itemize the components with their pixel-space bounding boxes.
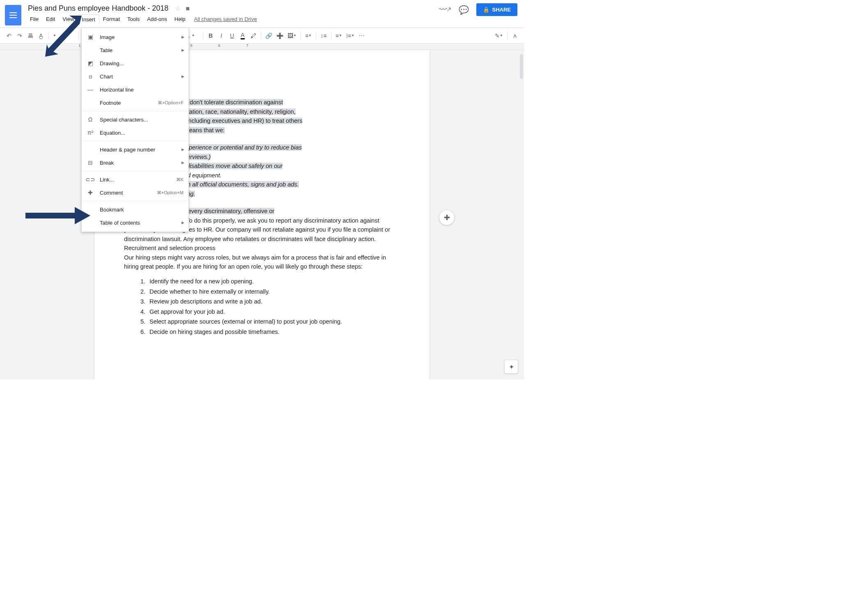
menu-shortcut: ⌘+Option+F xyxy=(158,100,184,106)
save-status[interactable]: All changes saved in Drive xyxy=(189,14,262,24)
menu-shortcut: ⌘+Option+M xyxy=(157,190,184,195)
bold-button[interactable]: B xyxy=(206,31,216,41)
menu-format[interactable]: Format xyxy=(99,14,124,24)
menu-icon xyxy=(87,99,94,106)
insert-menu-table-of-contents[interactable]: Table of contents▶ xyxy=(82,216,188,229)
align-button[interactable]: ≡ ▼ xyxy=(303,31,313,41)
insert-menu-bookmark[interactable]: Bookmark xyxy=(82,203,188,216)
submenu-arrow-icon: ▶ xyxy=(181,221,184,225)
menu-label: Footnote xyxy=(100,100,152,106)
menu-icon: ⧈ xyxy=(87,73,94,80)
document-title[interactable]: Pies and Puns employee Handbook - 2018 xyxy=(26,3,170,14)
menu-icon xyxy=(87,146,94,153)
insert-dropdown: ▣Image▶Table▶◩Drawing...⧈Chart▶—Horizont… xyxy=(81,28,189,232)
insert-menu-equation-[interactable]: π²Equation... xyxy=(82,126,188,139)
menu-label: Special characters... xyxy=(100,117,184,123)
menu-icon: — xyxy=(87,86,94,93)
undo-button[interactable]: ↶ xyxy=(4,31,14,41)
svg-marker-1 xyxy=(25,207,90,224)
menu-label: Chart xyxy=(100,74,184,80)
menu-label: Equation... xyxy=(100,130,184,136)
menu-icon: ▣ xyxy=(87,33,94,41)
submenu-arrow-icon: ▶ xyxy=(181,35,184,39)
insert-menu-special-characters-[interactable]: ΩSpecial characters... xyxy=(82,113,188,126)
menu-icon xyxy=(87,46,94,54)
insert-menu-drawing-[interactable]: ◩Drawing... xyxy=(82,57,188,70)
step-1: Identify the need for a new job opening. xyxy=(147,277,400,286)
step-3: Review job descriptions and write a job … xyxy=(147,297,400,306)
activity-icon[interactable]: 〰↗ xyxy=(439,5,451,14)
menu-label: Horizontal line xyxy=(100,87,184,93)
menu-label: Table xyxy=(100,47,184,53)
insert-menu-link-[interactable]: ⊂⊃Link...⌘K xyxy=(82,173,188,186)
insert-comment-button[interactable]: ➕ xyxy=(275,31,285,41)
submenu-arrow-icon: ▶ xyxy=(181,161,184,165)
menu-tools[interactable]: Tools xyxy=(124,14,143,24)
step-2: Decide whether to hire externally or int… xyxy=(147,287,400,296)
submenu-arrow-icon: ▶ xyxy=(181,147,184,152)
insert-menu-image[interactable]: ▣Image▶ xyxy=(82,30,188,44)
menu-addons[interactable]: Add-ons xyxy=(143,14,170,24)
share-button[interactable]: 🔒 SHARE xyxy=(476,3,517,16)
menu-help[interactable]: Help xyxy=(171,14,189,24)
bulleted-list-button[interactable]: ⁞≡ ▼ xyxy=(345,31,356,41)
insert-menu-horizontal-line[interactable]: —Horizontal line xyxy=(82,83,188,96)
insert-menu-footnote[interactable]: Footnote⌘+Option+F xyxy=(82,96,188,109)
menu-icon: Ω xyxy=(87,116,94,123)
doc-p3b: Our hiring steps might vary across roles… xyxy=(124,253,400,271)
annotation-arrow-bottom xyxy=(25,205,91,226)
menu-label: Image xyxy=(100,34,184,40)
doc-steps-list: Identify the need for a new job opening.… xyxy=(124,277,400,336)
svg-marker-0 xyxy=(45,16,82,57)
insert-link-button[interactable]: 🔗 xyxy=(264,31,274,41)
italic-button[interactable]: I xyxy=(216,31,226,41)
menu-icon: ✚ xyxy=(87,189,94,196)
menu-label: Link... xyxy=(100,177,170,183)
submenu-arrow-icon: ▶ xyxy=(181,48,184,52)
insert-menu-break[interactable]: ⊟Break▶ xyxy=(82,156,188,169)
line-spacing-button[interactable]: ↕≡ xyxy=(319,31,329,41)
explore-button[interactable]: ✦ xyxy=(504,360,518,374)
insert-image-button[interactable]: 🖼 ▼ xyxy=(286,31,298,41)
menu-icon: ⊟ xyxy=(87,159,94,166)
menu-icon: ⊂⊃ xyxy=(87,176,94,183)
insert-menu-header-page-number[interactable]: Header & page number▶ xyxy=(82,143,188,156)
menu-label: Drawing... xyxy=(100,60,184,67)
editing-mode-button[interactable]: ✎ ▼ xyxy=(493,31,505,41)
star-icon[interactable]: ☆ xyxy=(175,5,181,12)
menu-label: Header & page number xyxy=(100,147,184,153)
lock-icon: 🔒 xyxy=(483,7,489,13)
insert-menu-chart[interactable]: ⧈Chart▶ xyxy=(82,70,188,83)
menu-label: Break xyxy=(100,160,184,166)
add-comment-bubble[interactable]: ✚ xyxy=(439,210,454,225)
scrollbar[interactable] xyxy=(520,54,523,79)
menu-shortcut: ⌘K xyxy=(176,177,184,182)
submenu-arrow-icon: ▶ xyxy=(181,74,184,78)
highlight-button[interactable]: 🖍 xyxy=(248,31,258,41)
insert-menu-table[interactable]: Table▶ xyxy=(82,44,188,57)
step-6: Decide on hiring stages and possible tim… xyxy=(147,327,400,336)
collapse-toolbar-button[interactable]: ʌ xyxy=(510,31,520,41)
menu-icon: π² xyxy=(87,129,94,136)
folder-icon[interactable]: ■ xyxy=(186,5,190,12)
more-button[interactable]: ⋯ xyxy=(357,31,367,41)
docs-app-icon[interactable] xyxy=(5,5,21,25)
menu-label: Comment xyxy=(100,190,151,196)
comments-icon[interactable]: 💬 xyxy=(459,5,469,15)
menu-label: Table of contents xyxy=(100,220,184,226)
annotation-arrow-top xyxy=(22,16,84,61)
numbered-list-button[interactable]: ≡ ▼ xyxy=(334,31,344,41)
menu-icon: ◩ xyxy=(87,60,94,67)
menu-label: Bookmark xyxy=(100,207,184,213)
doc-p3h: Recruitment and selection process xyxy=(124,244,400,253)
step-4: Get approval for your job ad. xyxy=(147,307,400,316)
text-color-button[interactable]: A xyxy=(238,31,248,41)
step-5: Select appropriate sources (external or … xyxy=(147,317,400,326)
underline-button[interactable]: U xyxy=(227,31,237,41)
insert-menu-comment[interactable]: ✚Comment⌘+Option+M xyxy=(82,186,188,199)
share-label: SHARE xyxy=(492,7,511,13)
menubar: File Edit View Insert Format Tools Add-o… xyxy=(26,14,439,24)
